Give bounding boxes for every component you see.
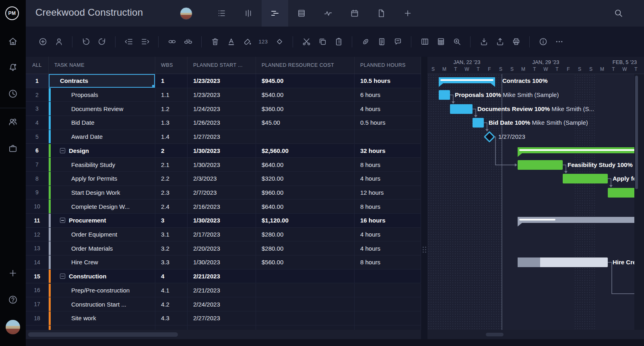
table-row[interactable]: 6Design21/30/2023$2,560.0032 hours: [26, 144, 421, 158]
project-title[interactable]: Creekwood Construction: [35, 7, 143, 18]
planned-hours-cell[interactable]: 4 hours: [355, 228, 421, 242]
delete-icon[interactable]: [207, 35, 223, 49]
wbs-cell[interactable]: 1.4: [155, 130, 188, 144]
planned-cost-cell[interactable]: $540.00: [256, 88, 355, 102]
calculator-icon[interactable]: [433, 35, 449, 49]
attachment-icon[interactable]: [357, 35, 374, 49]
task-name-cell[interactable]: Apply for Permits: [49, 172, 155, 186]
planned-cost-cell[interactable]: $360.00: [256, 102, 355, 116]
task-name-cell[interactable]: Hire Crew: [49, 255, 155, 270]
row-number[interactable]: 18: [26, 311, 49, 325]
planned-start-cell[interactable]: 2/7/2023: [188, 186, 256, 200]
planned-hours-cell[interactable]: 12 hours: [355, 186, 421, 200]
planned-cost-cell[interactable]: $560.00: [256, 255, 355, 270]
planned-cost-cell[interactable]: $945.00: [256, 74, 355, 88]
tab-sheet[interactable]: [288, 0, 315, 27]
wbs-cell[interactable]: 2.4: [155, 200, 188, 214]
import-icon[interactable]: [476, 35, 492, 49]
wbs-cell[interactable]: 3: [155, 214, 188, 228]
planned-start-cell[interactable]: 2/24/2023: [188, 297, 256, 311]
task-name-cell[interactable]: Proposals: [49, 88, 155, 102]
planned-cost-cell[interactable]: $45.00: [256, 116, 355, 130]
tab-gantt[interactable]: [262, 0, 288, 27]
comment-icon[interactable]: [390, 35, 406, 49]
row-number[interactable]: 3: [26, 102, 49, 116]
planned-start-cell[interactable]: 1/24/2023: [188, 102, 256, 116]
help-icon[interactable]: [7, 294, 19, 306]
planned-hours-cell[interactable]: 32 hours: [355, 144, 421, 158]
row-number[interactable]: 7: [26, 158, 49, 172]
row-number[interactable]: 9: [26, 186, 49, 200]
wbs-cell[interactable]: 1.3: [155, 116, 188, 130]
row-number[interactable]: 8: [26, 172, 49, 186]
planned-cost-cell[interactable]: $960.00: [256, 186, 355, 200]
table-row[interactable]: 15Construction42/21/2023: [26, 270, 421, 284]
planned-cost-cell[interactable]: [256, 311, 355, 325]
row-number[interactable]: 12: [26, 228, 49, 242]
row-number[interactable]: 11: [26, 214, 49, 228]
col-planned-hours[interactable]: PLANNED HOURS: [355, 57, 421, 74]
indent-icon[interactable]: [137, 35, 153, 49]
planned-cost-cell[interactable]: $640.00: [256, 200, 355, 214]
notifications-icon[interactable]: [7, 61, 19, 73]
number-format-icon[interactable]: 123: [255, 35, 271, 49]
task-name-cell[interactable]: Site work: [49, 311, 155, 325]
col-task-name[interactable]: TASK NAME: [49, 57, 155, 74]
export-icon[interactable]: [492, 35, 508, 49]
tab-calendar[interactable]: [341, 0, 368, 27]
wbs-cell[interactable]: 4.2: [155, 297, 188, 311]
zoom-in-icon[interactable]: [449, 35, 465, 49]
planned-cost-cell[interactable]: [256, 130, 355, 144]
table-row[interactable]: 11Procurement31/30/2023$1,120.0016 hours: [26, 214, 421, 228]
table-row[interactable]: 3Documents Review1.21/24/2023$360.004 ho…: [26, 102, 421, 116]
task-name-cell[interactable]: Order Equipment: [49, 228, 155, 242]
planned-start-cell[interactable]: 1/30/2023: [188, 214, 256, 228]
planned-cost-cell[interactable]: $640.00: [256, 158, 355, 172]
planned-start-cell[interactable]: 1/23/2023: [188, 88, 256, 102]
wbs-cell[interactable]: 4.1: [155, 284, 188, 298]
task-name-cell[interactable]: Documents Review: [49, 102, 155, 116]
table-row[interactable]: 2Proposals1.11/23/2023$540.006 hours: [26, 88, 421, 102]
planned-start-cell[interactable]: 2/20/2023: [188, 241, 256, 255]
planned-cost-cell[interactable]: $280.00: [256, 241, 355, 255]
table-row[interactable]: 12Order Equipment3.12/17/2023$280.004 ho…: [26, 228, 421, 242]
planned-cost-cell[interactable]: $280.00: [256, 228, 355, 242]
wbs-cell[interactable]: 3.1: [155, 228, 188, 242]
row-number[interactable]: 4: [26, 116, 49, 130]
manage-columns-icon[interactable]: [417, 35, 433, 49]
row-number[interactable]: 19: [26, 325, 49, 330]
gantt-horizontal-scrollbar[interactable]: [486, 333, 504, 336]
table-row[interactable]: 18Site work4.32/27/2023: [26, 311, 421, 325]
planned-cost-cell[interactable]: [256, 297, 355, 311]
planned-hours-cell[interactable]: [355, 284, 421, 298]
team-icon[interactable]: [7, 116, 19, 128]
table-row[interactable]: 14Hire Crew3.31/30/2023$560.008 hours: [26, 255, 421, 270]
table-row[interactable]: 19Stone Foundation4.47/3/2023: [26, 325, 421, 330]
row-number[interactable]: 14: [26, 255, 49, 270]
link-tasks-icon[interactable]: [164, 35, 180, 49]
info-icon[interactable]: [535, 35, 551, 49]
tab-task-list[interactable]: [208, 0, 235, 27]
table-row[interactable]: 5Award Date1.41/27/2023: [26, 130, 421, 144]
tab-docs[interactable]: [368, 0, 394, 27]
row-number[interactable]: 16: [26, 284, 49, 298]
planned-hours-cell[interactable]: 0.5 hours: [355, 116, 421, 130]
planned-start-cell[interactable]: 1/30/2023: [188, 255, 256, 270]
wbs-cell[interactable]: 2.3: [155, 186, 188, 200]
planned-start-cell[interactable]: 2/21/2023: [188, 270, 256, 284]
planned-start-cell[interactable]: 2/3/2023: [188, 172, 256, 186]
wbs-cell[interactable]: 4: [155, 270, 188, 284]
collapse-icon[interactable]: [60, 218, 65, 223]
table-row[interactable]: 17Construction Start ...4.22/24/2023: [26, 297, 421, 311]
wbs-cell[interactable]: 1.1: [155, 88, 188, 102]
col-wbs[interactable]: WBS: [155, 57, 188, 74]
planned-hours-cell[interactable]: [355, 297, 421, 311]
col-planned-start[interactable]: PLANNED START ...: [188, 57, 256, 74]
planned-hours-cell[interactable]: [355, 311, 421, 325]
col-planned-resource-cost[interactable]: PLANNED RESOURCE COST: [256, 57, 355, 74]
planned-cost-cell[interactable]: $320.00: [256, 172, 355, 186]
tab-activity[interactable]: [315, 0, 341, 27]
cell-fill-handle[interactable]: [152, 85, 155, 88]
table-row[interactable]: 16Prep/Pre-construction4.12/21/2023: [26, 284, 421, 298]
task-name-cell[interactable]: Order Materials: [49, 241, 155, 255]
